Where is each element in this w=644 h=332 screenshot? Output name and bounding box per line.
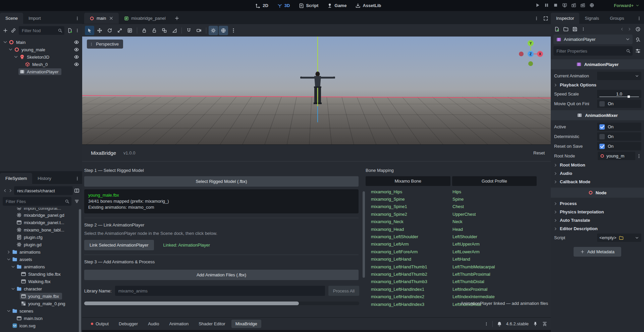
property-group[interactable]: Physics Interpolation bbox=[551, 208, 644, 216]
filesystem-scrollbar[interactable] bbox=[79, 209, 81, 332]
select-rigged-model-button[interactable]: Select Rigged Model (.fbx) bbox=[84, 176, 359, 187]
toolbar-button[interactable] bbox=[137, 27, 137, 34]
expand-arrow-icon[interactable] bbox=[11, 220, 15, 225]
preview-options-button[interactable] bbox=[229, 26, 238, 35]
tab-output[interactable]: Output bbox=[87, 320, 113, 328]
property-group[interactable]: Root Motion bbox=[551, 161, 644, 169]
expand-arrow-icon[interactable] bbox=[6, 324, 11, 328]
bone-mapping-row[interactable]: mixamorig_LeftArm LeftUpperArm bbox=[366, 241, 537, 248]
file-tree-row[interactable]: mixamo_bone_tabl... bbox=[0, 226, 82, 234]
expand-arrow-icon[interactable] bbox=[11, 316, 15, 321]
file-tree-row[interactable]: character bbox=[0, 285, 82, 292]
expand-arrow-icon[interactable] bbox=[6, 250, 11, 254]
pin-panel-icon[interactable] bbox=[533, 321, 538, 327]
property-filter-input[interactable] bbox=[553, 49, 633, 54]
snap-button[interactable] bbox=[184, 26, 194, 35]
version-label[interactable]: 4.6.2.stable bbox=[506, 321, 529, 326]
file-tree-row[interactable]: mixabridge_panel.gd bbox=[0, 211, 82, 219]
link-animationplayer-button[interactable]: Link Selected AnimationPlayer bbox=[84, 240, 154, 250]
speed-scale-slider[interactable] bbox=[599, 96, 639, 97]
expand-arrow-icon[interactable] bbox=[15, 294, 20, 298]
file-tree-row[interactable]: scenes bbox=[0, 307, 82, 315]
play-button[interactable] bbox=[535, 3, 540, 9]
file-tree-row[interactable]: mixabridge_panel.t... bbox=[0, 219, 82, 226]
sort-files-icon[interactable] bbox=[74, 199, 79, 204]
inspector-menu-icon[interactable] bbox=[637, 16, 641, 21]
move-mode-button[interactable] bbox=[95, 26, 104, 35]
scene-tree-row[interactable]: AnimationPlayer bbox=[0, 68, 82, 75]
scene-dock-menu-icon[interactable] bbox=[75, 16, 79, 21]
visibility-toggle-icon[interactable] bbox=[74, 40, 79, 45]
add-animation-files-button[interactable]: Add Animation Files (.fbx) bbox=[84, 270, 359, 280]
add-node-button[interactable] bbox=[3, 28, 8, 33]
expand-arrow-icon[interactable] bbox=[11, 243, 15, 247]
new-scene-tab-button[interactable] bbox=[174, 16, 179, 21]
edited-object-select[interactable]: AnimationPlayer bbox=[553, 35, 633, 44]
file-tree-row[interactable]: Standing Idle.fbx bbox=[0, 270, 82, 278]
file-tree-row[interactable]: plugin.gd bbox=[0, 241, 82, 248]
bone-mapping-row[interactable]: mixamorig_LeftShoulder LeftShoulder bbox=[366, 233, 537, 240]
toolbar-button[interactable] bbox=[181, 27, 182, 34]
notifications-bell-icon[interactable] bbox=[497, 321, 502, 327]
process-all-button[interactable]: Process All bbox=[328, 286, 359, 296]
expand-arrow-icon[interactable] bbox=[8, 47, 13, 52]
perspective-menu[interactable]: Perspective bbox=[87, 40, 123, 49]
select-mode-button[interactable] bbox=[85, 26, 94, 35]
file-tree-row[interactable]: import_configurat... bbox=[0, 208, 82, 211]
active-checkbox[interactable] bbox=[599, 124, 605, 130]
scene-tabs-menu-icon[interactable] bbox=[534, 16, 539, 21]
tab-import[interactable]: Import bbox=[23, 13, 46, 24]
deterministic-checkbox[interactable] bbox=[599, 134, 605, 139]
expand-arrow-icon[interactable] bbox=[11, 208, 15, 211]
file-tree-row[interactable]: main.tscn bbox=[0, 315, 82, 322]
expand-arrow-icon[interactable] bbox=[3, 40, 8, 45]
scale-mode-button[interactable] bbox=[115, 26, 124, 35]
toolbar-button[interactable] bbox=[206, 27, 206, 34]
instance-scene-button[interactable] bbox=[11, 28, 16, 33]
save-resource-button[interactable] bbox=[572, 26, 578, 32]
expand-arrow-icon[interactable] bbox=[11, 228, 15, 232]
scene-tree-row[interactable]: Main bbox=[0, 39, 82, 46]
file-tree-row[interactable]: icon.svg bbox=[0, 322, 82, 329]
workspace-3d[interactable]: 3D bbox=[277, 3, 290, 8]
file-tree-row[interactable]: animations bbox=[0, 263, 82, 270]
scene-tree-row[interactable]: Skeleton3D bbox=[0, 53, 82, 61]
visibility-toggle-icon[interactable] bbox=[74, 47, 79, 52]
library-name-input[interactable] bbox=[115, 286, 325, 296]
group-playback-options[interactable]: Playback Options bbox=[551, 81, 644, 89]
tab-debugger[interactable]: Debugger bbox=[115, 320, 142, 328]
tab-inspector[interactable]: Inspector bbox=[551, 13, 579, 24]
view-axis-gizmo[interactable]: Y Z X bbox=[517, 39, 546, 69]
visibility-toggle-icon[interactable] bbox=[74, 62, 79, 67]
pause-button[interactable] bbox=[544, 3, 549, 9]
file-tree-row[interactable]: young_male_0.png bbox=[0, 300, 82, 307]
renderer-select[interactable]: Forward+ bbox=[614, 3, 639, 8]
stop-button[interactable] bbox=[553, 3, 558, 9]
close-icon[interactable] bbox=[109, 16, 113, 20]
tab-signals[interactable]: Signals bbox=[579, 13, 604, 24]
tab-groups[interactable]: Groups bbox=[604, 13, 630, 24]
bone-mapping-row[interactable]: mixamorig_LeftHandIndex2 LeftIndexInterm… bbox=[366, 293, 537, 300]
property-group[interactable]: Auto Translate bbox=[551, 216, 644, 224]
add-metadata-button[interactable]: Add Metadata bbox=[574, 247, 621, 257]
nav-forward-button[interactable] bbox=[8, 188, 13, 193]
movie-maker-button[interactable] bbox=[589, 3, 594, 9]
new-resource-button[interactable] bbox=[554, 26, 559, 32]
bone-mapping-row[interactable]: mixamorig_LeftHandIndex1 LeftIndexProxim… bbox=[366, 285, 537, 293]
play-scene-button[interactable] bbox=[571, 3, 576, 9]
bone-mapping-row[interactable]: mixamorig_LeftForeArm LeftLowerArm bbox=[366, 248, 537, 255]
tab-mixabridge[interactable]: MixaBridge bbox=[231, 320, 261, 328]
script-field[interactable]: <empty> bbox=[597, 234, 641, 242]
lock-button[interactable] bbox=[140, 26, 149, 35]
open-docs-button[interactable] bbox=[635, 37, 641, 42]
visibility-toggle-icon[interactable] bbox=[74, 54, 79, 60]
unlock-button[interactable] bbox=[150, 26, 159, 35]
rotate-mode-button[interactable] bbox=[105, 26, 114, 35]
history-button[interactable] bbox=[635, 26, 641, 32]
tab-animation[interactable]: Animation bbox=[165, 320, 193, 328]
root-node-field[interactable]: young_m bbox=[598, 152, 635, 160]
expand-arrow-icon[interactable] bbox=[15, 272, 20, 276]
history-back-button[interactable] bbox=[620, 26, 624, 32]
expand-arrow-icon[interactable] bbox=[11, 265, 15, 269]
scene-tab-mixabridge-panel[interactable]: mixabridge_panel bbox=[119, 13, 171, 24]
